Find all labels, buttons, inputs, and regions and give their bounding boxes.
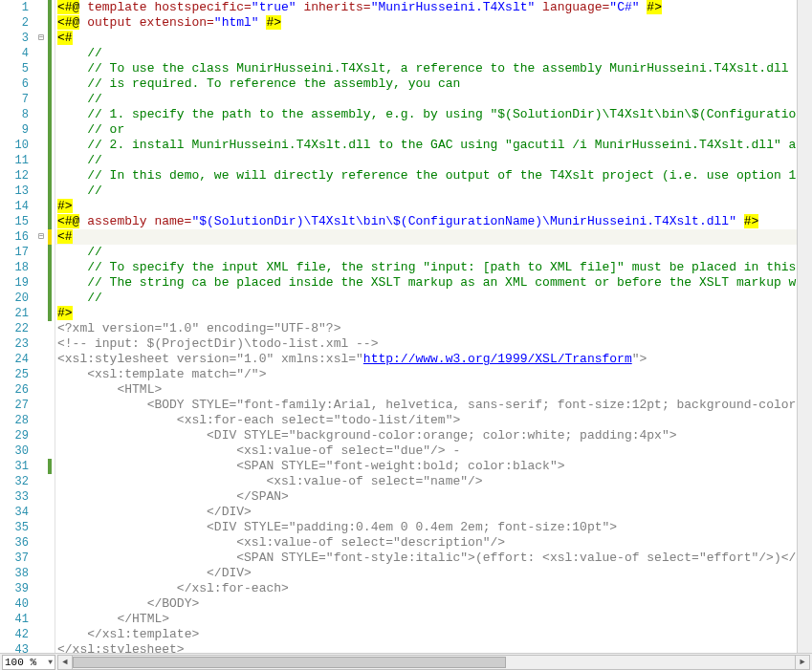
- gutter-row: 24: [0, 352, 55, 367]
- change-bar: [48, 31, 52, 46]
- change-bar: [48, 321, 52, 336]
- code-line[interactable]: // 1. specify the path to the assembly, …: [55, 107, 812, 122]
- code-line[interactable]: </BODY>: [55, 596, 812, 612]
- code-line[interactable]: // To use the class MunirHusseini.T4Xslt…: [55, 61, 812, 76]
- change-bar: [48, 474, 52, 489]
- line-number: 11: [0, 154, 34, 167]
- gutter-row: 10: [0, 138, 55, 153]
- line-number: 10: [0, 139, 34, 152]
- code-line[interactable]: // In this demo, we will directly refere…: [55, 168, 812, 184]
- vertical-scrollbar[interactable]: [797, 0, 812, 653]
- fold-toggle[interactable]: ⊟: [34, 31, 48, 46]
- line-number: 28: [0, 414, 34, 427]
- line-number: 3: [0, 32, 34, 45]
- code-line[interactable]: //: [55, 291, 812, 306]
- change-bar: [48, 612, 52, 627]
- code-line[interactable]: <DIV STYLE="padding:0.4em 0 0.4em 2em; f…: [55, 520, 812, 535]
- line-number: 34: [0, 506, 34, 519]
- code-line[interactable]: <#@ output extension="html" #>: [55, 15, 812, 31]
- code-line[interactable]: <SPAN STYLE="font-style:italic">(effort:…: [55, 551, 812, 566]
- change-bar: [48, 199, 52, 214]
- gutter-row: 29: [0, 428, 55, 443]
- gutter-row: 14: [0, 199, 55, 214]
- line-number: 19: [0, 276, 34, 290]
- line-number: 20: [0, 292, 34, 305]
- code-line[interactable]: </SPAN>: [55, 489, 812, 505]
- gutter-row: 17: [0, 245, 55, 260]
- gutter-row: 31: [0, 459, 55, 474]
- code-line[interactable]: </xsl:stylesheet>: [55, 642, 812, 653]
- line-number: 24: [0, 353, 34, 366]
- gutter-row: 11: [0, 153, 55, 168]
- line-number: 8: [0, 108, 34, 121]
- code-line[interactable]: #>: [55, 199, 812, 214]
- code-line[interactable]: <BODY STYLE="font-family:Arial, helvetic…: [55, 398, 812, 413]
- code-line[interactable]: <xsl:stylesheet version="1.0" xmlns:xsl=…: [55, 352, 812, 367]
- code-area: 123⊟45678910111213141516⊟171819202122232…: [0, 0, 812, 653]
- code-line[interactable]: <#@ assembly name="$(SolutionDir)\T4Xslt…: [55, 214, 812, 229]
- change-bar: [48, 459, 52, 474]
- code-line[interactable]: </xsl:for-each>: [55, 581, 812, 596]
- change-bar: [48, 0, 52, 15]
- line-number: 7: [0, 93, 34, 106]
- code-line[interactable]: #>: [55, 306, 812, 321]
- line-number: 2: [0, 16, 34, 30]
- zoom-select[interactable]: 100 % ▼: [2, 655, 55, 670]
- gutter-row: 32: [0, 474, 55, 489]
- gutter-row: 20: [0, 291, 55, 306]
- code-lines[interactable]: <#@ template hostspecific="true" inherit…: [55, 0, 812, 653]
- line-number: 37: [0, 551, 34, 565]
- change-bar: [48, 551, 52, 566]
- code-line[interactable]: //: [55, 245, 812, 260]
- gutter-row: 15: [0, 214, 55, 229]
- code-line[interactable]: // 2. install MunirHusseini.T4Xslt.dll t…: [55, 138, 812, 153]
- change-bar: [48, 336, 52, 352]
- gutter-row: 34: [0, 505, 55, 520]
- code-line[interactable]: <xsl:for-each select="todo-list/item">: [55, 413, 812, 428]
- code-line[interactable]: // or: [55, 122, 812, 138]
- line-number: 39: [0, 582, 34, 595]
- change-bar: [48, 46, 52, 61]
- code-line[interactable]: //: [55, 46, 812, 61]
- change-bar: [48, 443, 52, 459]
- line-number: 16: [0, 230, 34, 244]
- code-line[interactable]: <?xml version="1.0" encoding="UTF-8"?>: [55, 321, 812, 336]
- change-bar: [48, 291, 52, 306]
- code-line[interactable]: <xsl:value-of select="description"/>: [55, 535, 812, 551]
- code-line[interactable]: <DIV STYLE="background-color:orange; col…: [55, 428, 812, 443]
- change-bar: [48, 398, 52, 413]
- code-line[interactable]: // is required. To reference the assembl…: [55, 76, 812, 92]
- editor-wrap: 123⊟45678910111213141516⊟171819202122232…: [0, 0, 812, 670]
- line-number: 31: [0, 460, 34, 473]
- code-line[interactable]: <#: [55, 31, 812, 46]
- scroll-right-button[interactable]: ►: [795, 655, 810, 670]
- horizontal-scrollbar[interactable]: ◄ ►: [57, 655, 810, 670]
- scroll-track[interactable]: [73, 655, 795, 670]
- code-line[interactable]: <SPAN STYLE="font-weight:bold; color:bla…: [55, 459, 812, 474]
- code-line[interactable]: </HTML>: [55, 612, 812, 627]
- code-line[interactable]: // The string ca be placed inside the XS…: [55, 275, 812, 291]
- code-line[interactable]: //: [55, 92, 812, 107]
- code-line[interactable]: </xsl:template>: [55, 627, 812, 642]
- code-line[interactable]: <#: [55, 229, 812, 245]
- fold-toggle[interactable]: ⊟: [34, 229, 48, 245]
- code-line[interactable]: <xsl:value-of select="name"/>: [55, 474, 812, 489]
- scroll-thumb[interactable]: [73, 657, 506, 668]
- code-line[interactable]: //: [55, 153, 812, 168]
- gutter-row: 19: [0, 275, 55, 291]
- code-line[interactable]: <HTML>: [55, 382, 812, 398]
- code-line[interactable]: <!-- input: $(ProjectDir)\todo-list.xml …: [55, 336, 812, 352]
- change-bar: [48, 581, 52, 596]
- line-number: 26: [0, 383, 34, 397]
- code-line[interactable]: </DIV>: [55, 505, 812, 520]
- code-line[interactable]: </DIV>: [55, 566, 812, 581]
- change-bar: [48, 566, 52, 581]
- code-line[interactable]: // To specify the input XML file, the st…: [55, 260, 812, 275]
- code-line[interactable]: <xsl:template match="/">: [55, 367, 812, 382]
- code-line[interactable]: <#@ template hostspecific="true" inherit…: [55, 0, 812, 15]
- scroll-left-button[interactable]: ◄: [57, 655, 73, 670]
- code-line[interactable]: //: [55, 184, 812, 199]
- line-number: 23: [0, 337, 34, 351]
- code-line[interactable]: <xsl:value-of select="due"/> -: [55, 443, 812, 459]
- line-number: 33: [0, 490, 34, 504]
